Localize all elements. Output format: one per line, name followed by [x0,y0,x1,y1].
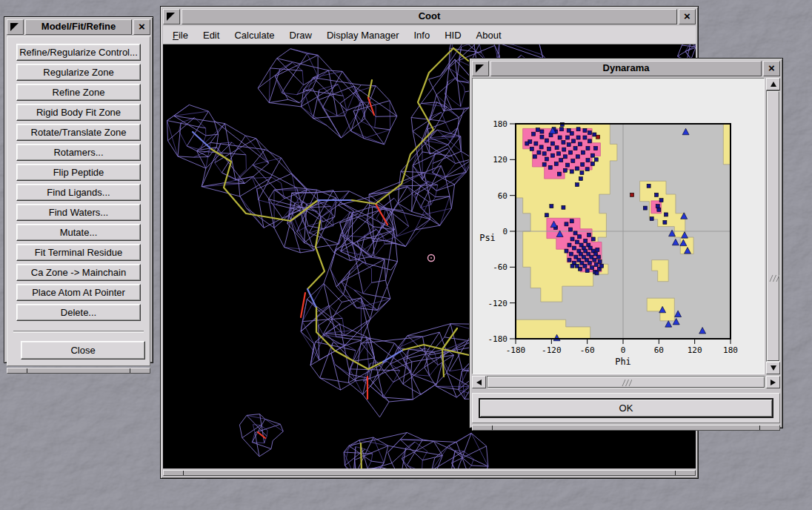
menu-item-info[interactable]: Info [406,27,437,44]
point-residues[interactable] [557,172,561,176]
point-residues[interactable] [579,177,582,181]
menu-item-display-manager[interactable]: Display Manager [319,27,407,44]
point-residues[interactable] [572,139,576,143]
model-button-find-ligands[interactable]: Find Ligands... [16,184,141,201]
point-residues[interactable] [532,132,536,136]
point-residues[interactable] [548,165,552,169]
point-residues[interactable] [594,158,598,162]
point-residues[interactable] [550,153,554,157]
ok-button[interactable]: OK [479,398,773,418]
point-residues[interactable] [576,155,579,159]
point-residues[interactable] [559,159,563,162]
point-residues[interactable] [565,249,568,253]
point-residues[interactable] [554,162,558,165]
point-residues[interactable] [575,240,579,244]
point-residues[interactable] [578,235,582,239]
ramachandran-plot[interactable]: -180-120-60060120180-180-120-60060120180… [473,79,765,374]
point-residues[interactable] [594,263,598,267]
point-residues[interactable] [566,136,570,139]
point-residues[interactable] [581,162,585,166]
point-residues[interactable] [534,142,538,145]
model-button-delete[interactable]: Delete... [16,304,141,321]
point-residues[interactable] [584,239,588,242]
point-residues[interactable] [576,136,580,139]
point-residues[interactable] [562,140,565,144]
point-outliers[interactable] [596,135,600,139]
point-residues[interactable] [590,162,594,165]
model-resize-grip[interactable] [7,368,150,374]
point-residues[interactable] [665,213,668,216]
point-residues[interactable] [525,142,529,145]
point-residues[interactable] [657,208,661,212]
point-residues[interactable] [568,243,571,247]
point-residues[interactable] [560,128,564,131]
model-button-ca-zone-mainchain[interactable]: Ca Zone -> Mainchain [16,264,141,281]
window-menu-button[interactable] [163,9,180,24]
point-residues[interactable] [536,128,539,132]
model-button-refine-zone[interactable]: Refine Zone [16,84,141,101]
ramachandran-plot-viewport[interactable]: -180-120-60060120180-180-120-60060120180… [472,78,765,374]
point-residues[interactable] [596,248,599,251]
scroll-up-button[interactable] [766,78,780,90]
point-residues[interactable] [590,266,594,270]
dynarama-resize-grip[interactable] [472,425,780,431]
scroll-left-button[interactable] [472,376,486,388]
point-residues[interactable] [593,133,596,136]
point-residues[interactable] [580,171,584,175]
point-residues[interactable] [562,148,566,151]
point-residues[interactable] [600,264,604,268]
point-residues[interactable] [588,131,591,135]
horizontal-scrollbar[interactable] [472,376,780,388]
point-residues[interactable] [545,213,548,217]
dynarama-titlebar[interactable]: Dynarama × [472,61,780,76]
point-residues[interactable] [542,152,546,156]
point-residues[interactable] [590,153,594,157]
scroll-right-button[interactable] [766,376,780,388]
scroll-down-button[interactable] [766,362,780,374]
point-residues[interactable] [591,237,595,241]
model-button-regularize-zone[interactable]: Regularize Zone [16,64,141,81]
menu-item-hid[interactable]: HID [437,27,468,44]
point-residues[interactable] [558,136,562,139]
point-residues[interactable] [545,157,548,161]
point-residues[interactable] [583,136,587,139]
point-residues[interactable] [663,220,667,224]
point-residues[interactable] [588,139,591,143]
point-residues[interactable] [537,150,541,154]
point-residues[interactable] [533,155,536,159]
point-residues[interactable] [596,255,600,259]
point-residues[interactable] [568,258,571,262]
point-residues[interactable] [563,168,567,172]
point-residues[interactable] [550,205,553,208]
close-icon[interactable]: × [763,61,780,76]
point-residues[interactable] [567,143,570,147]
model-titlebar[interactable]: Model/Fit/Refine × [7,19,150,35]
point-residues[interactable] [643,206,647,210]
model-button-place-atom-at-pointer[interactable]: Place Atom At Pointer [16,284,141,301]
point-residues[interactable] [659,199,663,202]
point-residues[interactable] [586,159,590,162]
menu-item-edit[interactable]: Edit [196,27,227,44]
point-residues[interactable] [565,222,568,226]
point-outliers[interactable] [630,193,634,196]
close-button[interactable]: Close [21,341,145,360]
point-residues[interactable] [650,217,653,221]
point-residues[interactable] [569,228,573,231]
point-residues[interactable] [570,219,573,223]
point-residues[interactable] [582,150,585,154]
point-residues[interactable] [550,142,554,145]
point-residues[interactable] [575,183,579,187]
point-residues[interactable] [647,184,650,188]
point-residues[interactable] [583,264,587,268]
menu-item-calculate[interactable]: Calculate [227,27,282,44]
point-residues[interactable] [655,193,659,196]
point-residues[interactable] [573,231,577,235]
point-residues[interactable] [563,155,567,159]
point-residues[interactable] [595,271,599,275]
point-residues[interactable] [569,252,573,256]
point-residues[interactable] [530,147,533,150]
point-residues[interactable] [579,142,582,146]
coot-titlebar[interactable]: Coot × [163,9,696,24]
point-residues[interactable] [573,147,577,150]
point-residues[interactable] [656,205,659,208]
